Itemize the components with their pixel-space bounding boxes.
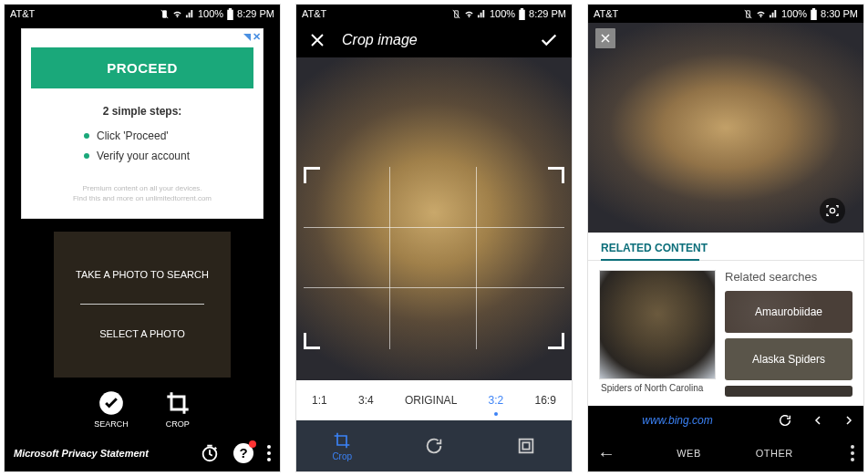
signal-icon [477, 9, 487, 19]
close-button[interactable] [595, 28, 615, 48]
close-icon: ✕ [253, 31, 261, 43]
status-bar: AT&T 100% 8:30 PM [588, 5, 863, 23]
frame-icon [516, 436, 536, 456]
clock-label: 8:29 PM [237, 8, 274, 19]
ratio-3-2[interactable]: 3:2 [489, 394, 504, 407]
help-button[interactable]: ? [232, 442, 254, 464]
status-right: 100% 8:30 PM [743, 8, 858, 20]
crop-canvas[interactable] [296, 57, 572, 380]
tool-row: Crop [296, 420, 572, 471]
grid-line [389, 167, 390, 349]
crop-rectangle[interactable] [304, 167, 564, 349]
app-footer: Microsoft Privacy Statement ? [5, 435, 280, 471]
crop-handle-tr[interactable] [548, 167, 564, 183]
tool-frame[interactable] [516, 436, 536, 456]
url-bar: www.bing.com [588, 406, 863, 435]
tool-crop[interactable]: Crop [332, 431, 352, 461]
related-heading: RELATED CONTENT [588, 233, 863, 261]
clock-label: 8:29 PM [529, 8, 566, 19]
overflow-menu-button[interactable] [851, 445, 854, 461]
crop-handle-br[interactable] [548, 333, 564, 349]
screen-search-app: AT&T 100% 8:29 PM ✕ PROCEED 2 simple ste… [4, 4, 281, 472]
result-thumbnail [599, 270, 716, 379]
proceed-button[interactable]: PROCEED [31, 47, 253, 88]
crop-action[interactable]: CROP [165, 390, 191, 429]
status-right: 100% 8:29 PM [160, 8, 274, 20]
ratio-original[interactable]: ORIGINAL [405, 394, 457, 407]
battery-pct: 100% [198, 8, 223, 19]
overflow-menu-button[interactable] [267, 445, 271, 461]
privacy-link[interactable]: Microsoft Privacy Statement [14, 448, 149, 459]
signal-icon [185, 9, 195, 19]
status-right: 100% 8:29 PM [451, 8, 566, 20]
svg-rect-5 [522, 442, 529, 449]
lens-icon [825, 203, 840, 218]
ratio-3-4[interactable]: 3:4 [358, 394, 374, 407]
ad-steps-list: Click 'Proceed' Verify your account [31, 127, 253, 166]
tab-web[interactable]: WEB [677, 448, 701, 459]
ad-step-2: Verify your account [97, 147, 253, 167]
url-text[interactable]: www.bing.com [597, 414, 758, 427]
wifi-icon [172, 9, 182, 19]
related-result-card[interactable]: Spiders of North Carolina [599, 270, 716, 397]
ad-step-1: Click 'Proceed' [97, 127, 253, 147]
signal-icon [769, 9, 779, 19]
tab-other[interactable]: OTHER [756, 448, 793, 459]
ad-close-button[interactable]: ✕ [243, 31, 261, 43]
vibrate-icon [160, 9, 170, 19]
status-bar: AT&T 100% 8:29 PM [5, 5, 280, 23]
rotate-icon [424, 436, 444, 456]
reload-button[interactable] [778, 413, 792, 428]
battery-icon [226, 8, 234, 20]
related-chip-1[interactable]: Amaurobiidae [725, 291, 852, 333]
battery-icon [810, 8, 818, 20]
ad-footer: Premium content on all your devices. Fin… [31, 184, 253, 203]
crop-icon [333, 431, 351, 450]
ratio-1-1[interactable]: 1:1 [312, 394, 327, 407]
battery-pct: 100% [781, 8, 807, 19]
crop-handle-bl[interactable] [304, 333, 320, 349]
screen-results: AT&T 100% 8:30 PM RELATED CONTENT Spider… [587, 4, 864, 472]
screen-crop: AT&T 100% 8:29 PM Crop image 1:1 3:4 [295, 4, 573, 472]
grid-line [304, 287, 564, 288]
timer-icon[interactable] [200, 443, 220, 463]
take-photo-button[interactable]: TAKE A PHOTO TO SEARCH [76, 269, 209, 280]
grid-line [476, 167, 477, 349]
related-chip-more[interactable] [725, 386, 852, 397]
grid-line [304, 227, 564, 228]
ad-info-icon [243, 34, 251, 41]
result-caption: Spiders of North Carolina [599, 379, 716, 397]
clock-label: 8:30 PM [821, 8, 858, 19]
tool-rotate[interactable] [424, 436, 444, 456]
ratio-16-9[interactable]: 16:9 [534, 394, 555, 407]
nav-back-button[interactable]: ← [597, 443, 615, 464]
close-icon [600, 33, 611, 44]
related-searches-title: Related searches [725, 270, 852, 285]
ad-banner: ✕ PROCEED 2 simple steps: Click 'Proceed… [21, 28, 264, 219]
check-circle-icon [98, 390, 124, 416]
confirm-button[interactable] [539, 30, 559, 50]
svg-point-6 [830, 208, 834, 212]
carrier-label: AT&T [594, 8, 618, 19]
related-searches-panel: Related searches Amaurobiidae Alaska Spi… [725, 270, 852, 397]
aspect-ratio-row: 1:1 3:4 ORIGINAL 3:2 16:9 [296, 380, 572, 420]
crop-handle-tl[interactable] [304, 167, 320, 183]
vibrate-icon [451, 9, 461, 19]
crop-icon [165, 390, 191, 416]
forward-button[interactable] [843, 414, 854, 427]
carrier-label: AT&T [10, 8, 35, 19]
search-action[interactable]: SEARCH [94, 390, 129, 429]
battery-pct: 100% [490, 8, 515, 19]
svg-text:?: ? [239, 445, 247, 460]
related-chip-2[interactable]: Alaska Spiders [725, 338, 852, 380]
close-button[interactable] [309, 32, 326, 48]
back-button[interactable] [812, 414, 823, 427]
visual-search-button[interactable] [820, 198, 845, 223]
select-photo-button[interactable]: SELECT A PHOTO [99, 328, 185, 339]
divider [80, 304, 204, 305]
wifi-icon [756, 9, 766, 19]
carrier-label: AT&T [302, 8, 326, 19]
svg-rect-4 [519, 440, 532, 453]
notification-dot [249, 440, 256, 448]
battery-icon [518, 8, 526, 20]
